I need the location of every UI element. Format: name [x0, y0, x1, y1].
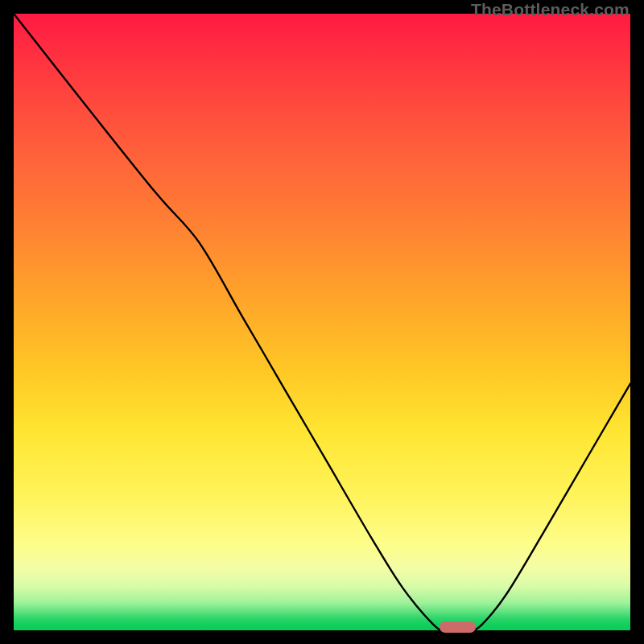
plot-area [14, 14, 630, 630]
optimal-marker [440, 621, 477, 633]
bottleneck-curve [14, 14, 630, 630]
attribution-text: TheBottleneck.com [471, 0, 630, 19]
chart-frame: TheBottleneck.com [0, 0, 644, 644]
